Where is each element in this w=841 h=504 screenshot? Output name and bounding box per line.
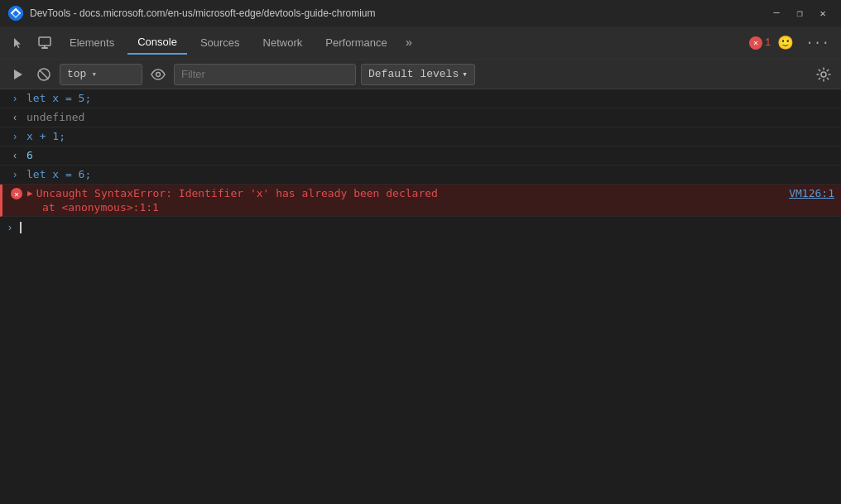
input-arrow-icon-3: › <box>7 130 23 143</box>
svg-rect-1 <box>39 37 50 46</box>
context-selector[interactable]: top ▾ <box>60 64 142 85</box>
error-message: Uncaught SyntaxError: Identifier 'x' has… <box>36 187 783 199</box>
console-input-5: let x = 6; <box>26 168 834 180</box>
error-stack: at <anonymous>:1:1 <box>9 201 159 214</box>
error-count-badge: ✕ <box>749 36 762 50</box>
levels-label: Default levels <box>368 68 459 80</box>
svg-rect-3 <box>44 46 46 47</box>
console-line-2: ‹ undefined <box>0 108 841 127</box>
error-count: 1 <box>765 37 771 49</box>
console-toolbar: top ▾ Default levels ▾ <box>0 60 841 89</box>
more-tabs-button[interactable]: » <box>401 33 417 53</box>
console-line-4: ‹ 6 <box>0 146 841 166</box>
output-arrow-icon-4: ‹ <box>7 149 23 162</box>
prompt-arrow-icon: › <box>7 222 13 234</box>
console-line-1: › let x = 5; <box>0 89 841 108</box>
svg-text:✕: ✕ <box>14 190 19 199</box>
error-source-link[interactable]: VM126:1 <box>789 187 834 199</box>
svg-point-8 <box>821 72 826 77</box>
context-value: top <box>67 68 86 80</box>
window-title: DevTools - docs.microsoft.com/en-us/micr… <box>30 7 760 19</box>
minimize-button[interactable]: ─ <box>767 3 786 23</box>
svg-point-7 <box>156 72 161 76</box>
cursor <box>20 222 22 233</box>
console-line-3: › x + 1; <box>0 127 841 146</box>
tab-console[interactable]: Console <box>127 31 187 55</box>
svg-line-6 <box>40 70 49 79</box>
error-expand-icon[interactable]: ▶ <box>27 188 33 199</box>
eye-button[interactable] <box>147 64 169 85</box>
console-input-prompt[interactable]: › <box>0 217 841 238</box>
console-error-line: ✕ ▶ Uncaught SyntaxError: Identifier 'x'… <box>0 185 841 217</box>
cursor-tool-button[interactable] <box>7 31 30 55</box>
clear-button[interactable] <box>33 64 55 85</box>
title-bar: DevTools - docs.microsoft.com/en-us/micr… <box>0 0 841 26</box>
play-button[interactable] <box>7 64 28 85</box>
console-content: › let x = 5; ‹ undefined › x + 1; ‹ 6 › … <box>0 89 841 504</box>
tab-elements[interactable]: Elements <box>60 31 124 55</box>
tab-network[interactable]: Network <box>253 31 313 55</box>
error-badge: ✕ 1 <box>749 36 771 50</box>
feedback-button[interactable]: 🙂 <box>774 33 797 53</box>
tab-bar: Elements Console Sources Network Perform… <box>0 26 841 60</box>
output-arrow-icon-2: ‹ <box>7 111 23 124</box>
tab-sources[interactable]: Sources <box>190 31 250 55</box>
console-area: › let x = 5; ‹ undefined › x + 1; ‹ 6 › … <box>0 89 841 504</box>
app-icon <box>8 6 23 21</box>
console-output-2: undefined <box>26 111 834 123</box>
console-input-1: let x = 5; <box>26 92 834 104</box>
settings-more-button[interactable]: ··· <box>800 34 834 52</box>
window-controls: ─ ❐ ✕ <box>767 3 833 23</box>
console-output-4: 6 <box>26 149 834 161</box>
close-button[interactable]: ✕ <box>813 3 833 23</box>
settings-gear-button[interactable] <box>813 64 834 85</box>
levels-button[interactable]: Default levels ▾ <box>361 64 475 85</box>
error-icon: ✕ <box>9 188 24 199</box>
svg-rect-2 <box>41 47 48 49</box>
tab-performance[interactable]: Performance <box>315 31 396 55</box>
input-arrow-icon-5: › <box>7 168 23 181</box>
inspect-button[interactable] <box>33 31 56 55</box>
input-arrow-icon-1: › <box>7 92 23 105</box>
error-line-top: ✕ ▶ Uncaught SyntaxError: Identifier 'x'… <box>9 187 834 199</box>
context-arrow-icon: ▾ <box>91 69 97 79</box>
levels-arrow-icon: ▾ <box>462 69 468 79</box>
filter-input[interactable] <box>174 64 356 85</box>
restore-button[interactable]: ❐ <box>790 3 810 23</box>
svg-marker-4 <box>14 70 22 79</box>
console-line-5: › let x = 6; <box>0 166 841 185</box>
console-input-3: x + 1; <box>26 130 834 142</box>
